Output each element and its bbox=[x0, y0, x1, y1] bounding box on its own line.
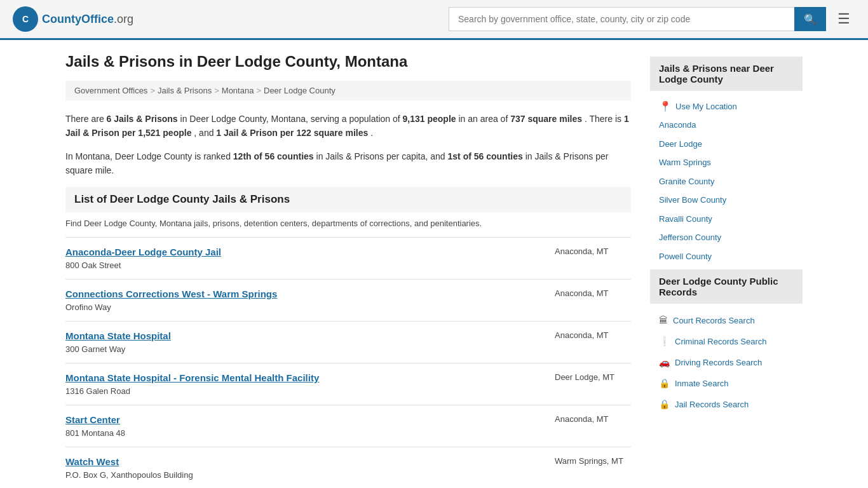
facility-name-link[interactable]: Connections Corrections West - Warm Spri… bbox=[65, 288, 277, 299]
sidebar-public-records-title: Deer Lodge County Public Records bbox=[650, 269, 803, 304]
facility-row: Connections Corrections West - Warm Spri… bbox=[65, 288, 631, 312]
facility-row: Montana State Hospital - Forensic Mental… bbox=[65, 372, 631, 396]
search-button[interactable]: 🔍 bbox=[794, 7, 826, 31]
facility-item: Montana State Hospital - Forensic Mental… bbox=[65, 363, 631, 405]
sidebar-nearby-link[interactable]: Ravalli County bbox=[650, 210, 803, 229]
record-label: Driving Records Search bbox=[675, 356, 762, 369]
facility-city: Deer Lodge, MT bbox=[555, 372, 631, 382]
facility-address: P.O. Box G, Xanthopoulos Building bbox=[65, 470, 193, 480]
facility-name-link[interactable]: Anaconda-Deer Lodge County Jail bbox=[65, 247, 221, 257]
search-input[interactable] bbox=[449, 7, 794, 31]
sidebar: Jails & Prisons near Deer Lodge County 📍… bbox=[650, 53, 803, 488]
breadcrumb-link-gov[interactable]: Government Offices bbox=[74, 86, 147, 95]
sidebar-nearby-link[interactable]: Granite County bbox=[650, 172, 803, 191]
facility-item: Start Center 801 Montana 48 Anaconda, MT bbox=[65, 405, 631, 447]
facility-city: Warm Springs, MT bbox=[555, 456, 631, 466]
facility-row: Anaconda-Deer Lodge County Jail 800 Oak … bbox=[65, 247, 631, 270]
breadcrumb: Government Offices > Jails & Prisons > M… bbox=[65, 81, 631, 100]
record-icon: ❕ bbox=[659, 335, 670, 348]
facility-info: Montana State Hospital - Forensic Mental… bbox=[65, 372, 319, 396]
location-icon: 📍 bbox=[659, 100, 672, 112]
sidebar-nearby-link[interactable]: Jefferson County bbox=[650, 228, 803, 247]
hamburger-icon: ☰ bbox=[837, 11, 850, 27]
facility-info: Watch West P.O. Box G, Xanthopoulos Buil… bbox=[65, 456, 193, 480]
sidebar-public-record-link[interactable]: 🔒Jail Records Search bbox=[650, 394, 803, 415]
list-section-header: List of Deer Lodge County Jails & Prison… bbox=[65, 187, 631, 212]
facility-address: Orofino Way bbox=[65, 302, 111, 312]
sidebar-public-record-link[interactable]: ❕Criminal Records Search bbox=[650, 331, 803, 352]
main-container: Jails & Prisons in Deer Lodge County, Mo… bbox=[53, 40, 815, 488]
facility-address: 800 Oak Street bbox=[65, 261, 121, 270]
facility-name-link[interactable]: Montana State Hospital - Forensic Mental… bbox=[65, 372, 319, 383]
facility-city: Anaconda, MT bbox=[555, 414, 631, 424]
logo-link[interactable]: C CountyOffice.org bbox=[13, 6, 133, 32]
sidebar-nearby-link[interactable]: Deer Lodge bbox=[650, 135, 803, 154]
search-icon: 🔍 bbox=[804, 13, 817, 25]
facility-name-link[interactable]: Montana State Hospital bbox=[65, 330, 171, 341]
breadcrumb-link-montana[interactable]: Montana bbox=[222, 86, 254, 95]
record-icon: 🚗 bbox=[659, 356, 670, 369]
use-my-location-link[interactable]: 📍 Use My Location bbox=[650, 97, 803, 116]
main-content: Jails & Prisons in Deer Lodge County, Mo… bbox=[65, 53, 631, 488]
logo-icon: C bbox=[13, 6, 38, 32]
breadcrumb-current: Deer Lodge County bbox=[264, 86, 336, 95]
sidebar-public-record-link[interactable]: 🔒Inmate Search bbox=[650, 373, 803, 394]
facility-address: 300 Garnet Way bbox=[65, 344, 125, 354]
sidebar-nearby-title: Jails & Prisons near Deer Lodge County bbox=[650, 57, 803, 91]
facility-item: Connections Corrections West - Warm Spri… bbox=[65, 279, 631, 321]
page-title: Jails & Prisons in Deer Lodge County, Mo… bbox=[65, 53, 631, 71]
menu-button[interactable]: ☰ bbox=[832, 8, 855, 30]
facility-address: 1316 Galen Road bbox=[65, 386, 130, 396]
sidebar-nearby-link[interactable]: Warm Springs bbox=[650, 153, 803, 172]
search-area: 🔍 ☰ bbox=[449, 7, 855, 31]
list-sub-description: Find Deer Lodge County, Montana jails, p… bbox=[65, 219, 631, 228]
breadcrumb-sep-3: > bbox=[256, 86, 261, 95]
facility-name-link[interactable]: Start Center bbox=[65, 414, 120, 425]
facility-address: 801 Montana 48 bbox=[65, 428, 125, 438]
breadcrumb-link-jails[interactable]: Jails & Prisons bbox=[158, 86, 212, 95]
description-1: There are 6 Jails & Prisons in Deer Lodg… bbox=[65, 112, 631, 140]
record-label: Jail Records Search bbox=[675, 398, 749, 411]
record-label: Court Records Search bbox=[673, 315, 755, 327]
facility-list: Anaconda-Deer Lodge County Jail 800 Oak … bbox=[65, 237, 631, 488]
facility-info: Anaconda-Deer Lodge County Jail 800 Oak … bbox=[65, 247, 221, 270]
description-2: In Montana, Deer Lodge County is ranked … bbox=[65, 149, 631, 178]
breadcrumb-sep-2: > bbox=[214, 86, 219, 95]
record-icon: 🔒 bbox=[659, 377, 670, 390]
facility-info: Connections Corrections West - Warm Spri… bbox=[65, 288, 277, 312]
facility-row: Montana State Hospital 300 Garnet Way An… bbox=[65, 330, 631, 354]
facility-item: Anaconda-Deer Lodge County Jail 800 Oak … bbox=[65, 237, 631, 279]
facility-city: Anaconda, MT bbox=[555, 330, 631, 340]
facility-item: Watch West P.O. Box G, Xanthopoulos Buil… bbox=[65, 447, 631, 488]
logo-text: CountyOffice.org bbox=[42, 13, 133, 26]
facility-name-link[interactable]: Watch West bbox=[65, 456, 119, 467]
facility-info: Start Center 801 Montana 48 bbox=[65, 414, 125, 438]
nearby-links-container: AnacondaDeer LodgeWarm SpringsGranite Co… bbox=[650, 116, 803, 266]
record-icon: 🏛 bbox=[659, 314, 668, 327]
svg-text:C: C bbox=[22, 14, 29, 24]
facility-info: Montana State Hospital 300 Garnet Way bbox=[65, 330, 171, 354]
facility-city: Anaconda, MT bbox=[555, 247, 631, 256]
record-label: Criminal Records Search bbox=[675, 336, 767, 348]
facility-row: Watch West P.O. Box G, Xanthopoulos Buil… bbox=[65, 456, 631, 480]
record-icon: 🔒 bbox=[659, 398, 670, 411]
record-label: Inmate Search bbox=[675, 377, 729, 390]
facility-item: Montana State Hospital 300 Garnet Way An… bbox=[65, 321, 631, 363]
sidebar-public-record-link[interactable]: 🏛Court Records Search bbox=[650, 310, 803, 331]
sidebar-nearby-link[interactable]: Anaconda bbox=[650, 116, 803, 135]
site-header: C CountyOffice.org 🔍 ☰ bbox=[0, 0, 868, 40]
public-records-container: 🏛Court Records Search❕Criminal Records S… bbox=[650, 310, 803, 415]
sidebar-nearby-link[interactable]: Powell County bbox=[650, 247, 803, 266]
breadcrumb-sep-1: > bbox=[150, 86, 155, 95]
facility-row: Start Center 801 Montana 48 Anaconda, MT bbox=[65, 414, 631, 438]
facility-city: Anaconda, MT bbox=[555, 288, 631, 298]
sidebar-public-record-link[interactable]: 🚗Driving Records Search bbox=[650, 352, 803, 373]
sidebar-nearby-link[interactable]: Silver Bow County bbox=[650, 191, 803, 210]
